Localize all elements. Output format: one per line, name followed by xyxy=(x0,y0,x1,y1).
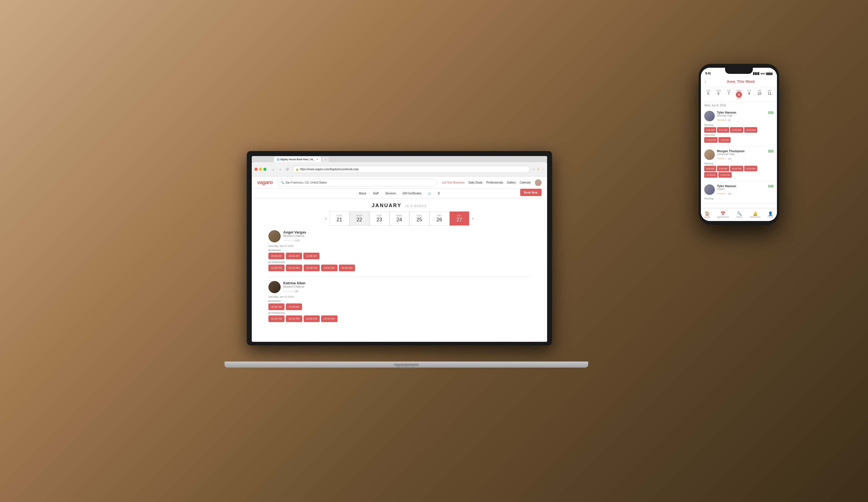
day-wed[interactable]: WED 24 xyxy=(390,211,410,226)
reload-button[interactable]: ↺ xyxy=(284,166,290,172)
gift-certificates-link[interactable]: Gift Certificates xyxy=(403,192,421,195)
search-nav-icon: 🔍 xyxy=(737,211,742,216)
slot-tyler-100pm[interactable]: 1:00 PM xyxy=(719,137,731,143)
star-icon[interactable]: ☆ xyxy=(533,168,535,171)
slot-1400-katrina[interactable]: 02:00 PM xyxy=(304,315,320,322)
slot-1100-katrina[interactable]: 11:00 AM xyxy=(286,304,302,310)
nav-search[interactable]: 🔍 Search xyxy=(736,211,743,218)
slot-tyler-1030[interactable]: 10:30 AM xyxy=(744,127,757,133)
slot-1000-angel[interactable]: 10:00 AM xyxy=(286,253,302,259)
volume-up-button[interactable] xyxy=(698,86,699,94)
nav-profile-label: Profile xyxy=(768,216,773,218)
slot-1500-katrina[interactable]: 03:00 PM xyxy=(321,315,338,322)
slot-1600-angel[interactable]: 04:00 PM xyxy=(339,265,355,271)
slot-tyler-1000[interactable]: 10:00 AM xyxy=(730,127,743,133)
staff-link[interactable]: Staff xyxy=(373,192,378,195)
power-button[interactable] xyxy=(779,92,780,105)
iphone-screen: 9:41 ▋▋▋▋ WiFi ▓▓▓▓ ‹ June, This Week SU… xyxy=(701,68,777,221)
slot-morgan-900[interactable]: 9:00 AM xyxy=(704,166,716,171)
slot-morgan-1200[interactable]: 12:00 PM xyxy=(719,172,732,178)
review-count-angel: (10) xyxy=(294,239,300,242)
list-business-link[interactable]: List Your Business xyxy=(442,181,465,184)
staff-katrina-allen: Katrina Allen Women's Haircut ★★★★★ (9) … xyxy=(268,281,530,322)
price-tyler-yoga: $35 xyxy=(768,111,774,115)
day-mon[interactable]: MON 22 xyxy=(350,211,370,226)
month-header: JANUARY IN 8 WEEKS xyxy=(252,198,547,211)
week-day-thu[interactable]: THU 9 xyxy=(745,89,754,100)
stars-tyler-yoga: ★★★★★ xyxy=(717,119,727,121)
slot-1300-angel[interactable]: 01:00 PM xyxy=(286,265,302,271)
week-day-tue[interactable]: TUE 7 xyxy=(724,89,733,100)
slot-1300-katrina[interactable]: 01:00 PM xyxy=(286,315,302,322)
week-day-wed[interactable]: WED 8 Jun 8 xyxy=(734,89,743,100)
day-thu[interactable]: THU 25 xyxy=(410,211,430,226)
instructor-service-tyler-yoga: Morning Yoga xyxy=(717,114,766,117)
nav-notifications-label: Notifications xyxy=(750,216,760,218)
slot-1000-katrina[interactable]: 10:00 AM xyxy=(268,304,285,310)
week-day-mon[interactable]: MON 6 xyxy=(714,89,723,100)
day-sun[interactable]: SUN 21 xyxy=(330,211,350,226)
cart-icon[interactable]: 🛒 xyxy=(428,192,431,195)
services-link[interactable]: Services xyxy=(385,192,396,195)
slot-tyler-1230[interactable]: 12:30 PM xyxy=(704,137,717,143)
app-header: ‹ June, This Week xyxy=(701,76,777,87)
avatar-tyler-yoga xyxy=(704,111,715,121)
day-tue[interactable]: TUE 23 xyxy=(370,211,390,226)
sub-nav: About Staff Services Gift Certificates 🛒… xyxy=(252,189,547,198)
extra-slots-morgan: 11:30 AM 12:00 PM xyxy=(704,172,774,178)
minimize-button[interactable] xyxy=(259,168,262,171)
price-tyler-pilates: $45 xyxy=(768,184,774,188)
slot-1400-angel[interactable]: 02:00 PM xyxy=(304,265,320,271)
professionals-link[interactable]: Professionals xyxy=(486,181,503,184)
slot-0900-angel[interactable]: 09:00 AM xyxy=(268,253,285,259)
slot-1200-angel[interactable]: 12:00 PM xyxy=(268,265,285,271)
morning-slots-tyler-yoga: 9:00 AM 9:30 AM 10:00 AM 10:30 AM xyxy=(704,127,774,133)
vagaro-logo[interactable]: vagaro xyxy=(257,180,273,185)
address-bar[interactable]: 🔒 https://www.vagaro.com/bigsbyhouse/boo… xyxy=(292,166,530,173)
book-now-button[interactable]: Book Now xyxy=(520,189,541,196)
staff-service-angel: Women's Haircut xyxy=(283,234,306,237)
day-fri[interactable]: FRI 26 xyxy=(430,211,450,226)
slot-morgan-1130[interactable]: 11:30 AM xyxy=(704,172,717,178)
slot-morgan-1030[interactable]: 10:30 AM xyxy=(744,166,757,171)
browser-tab[interactable]: 🌐 Bigsby House Book Now | Va... ✕ xyxy=(274,157,321,162)
back-button-iphone[interactable]: ‹ xyxy=(705,79,706,84)
forward-button[interactable]: › xyxy=(277,166,283,172)
week-day-fri[interactable]: FRI 10 xyxy=(755,89,764,100)
daily-deals-link[interactable]: Daily Deals xyxy=(468,181,483,184)
slot-1100-angel[interactable]: 11:00 AM xyxy=(303,253,320,259)
nav-appointments[interactable]: 📅 Appointments xyxy=(717,211,729,218)
slot-tyler-900[interactable]: 9:00 AM xyxy=(704,127,716,133)
search-bar[interactable]: 🔍 San Francisco, CA, United States xyxy=(277,179,437,187)
week-day-sat[interactable]: SAT 11 xyxy=(765,89,774,100)
afternoon-slots-katrina: 12:00 PM 01:00 PM 02:00 PM 03:00 PM xyxy=(268,315,530,322)
prev-week-button[interactable]: ‹ xyxy=(322,216,329,221)
morning-slots-morgan: 9:00 AM 9:30 AM 10:00 AM 10:30 AM xyxy=(704,166,774,171)
close-button[interactable] xyxy=(255,168,258,171)
gallery-link[interactable]: Gallery xyxy=(507,181,516,184)
nav-home[interactable]: 🏠 Home xyxy=(704,211,710,218)
stars-tyler-pilates: ★★★★ xyxy=(717,192,725,195)
slot-1500-angel[interactable]: 03:00 PM xyxy=(321,265,338,271)
morning-slots-angel: 09:00 AM 10:00 AM 11:00 AM xyxy=(268,253,530,259)
day-sat[interactable]: SAT 27 xyxy=(450,211,469,226)
slot-morgan-1000[interactable]: 10:00 AM xyxy=(730,166,743,171)
user-avatar[interactable] xyxy=(535,180,541,186)
menu-icon[interactable]: ⋮ xyxy=(541,168,544,171)
week-day-sun[interactable]: SUN 5 xyxy=(704,89,713,100)
slot-morgan-930[interactable]: 9:30 AM xyxy=(717,166,729,171)
maximize-button[interactable] xyxy=(264,168,267,171)
next-week-button[interactable]: › xyxy=(469,216,476,221)
extensions-icon[interactable]: ⚡ xyxy=(537,168,540,171)
nav-notifications[interactable]: 🔔 Notifications xyxy=(750,211,760,218)
slot-tyler-930[interactable]: 9:30 AM xyxy=(717,127,729,133)
slot-1200-katrina[interactable]: 12:00 PM xyxy=(268,315,285,322)
volume-down-button[interactable] xyxy=(698,96,699,104)
tab-close-icon[interactable]: ✕ xyxy=(316,158,318,161)
nav-profile[interactable]: 👤 Profile xyxy=(768,211,773,218)
search-text: San Francisco, CA, United States xyxy=(286,181,327,184)
about-link[interactable]: About xyxy=(359,192,366,195)
back-button[interactable]: ‹ xyxy=(270,166,277,172)
stars-katrina: ★★★★★ xyxy=(283,290,294,293)
calendar-link[interactable]: Calendar xyxy=(520,181,531,184)
